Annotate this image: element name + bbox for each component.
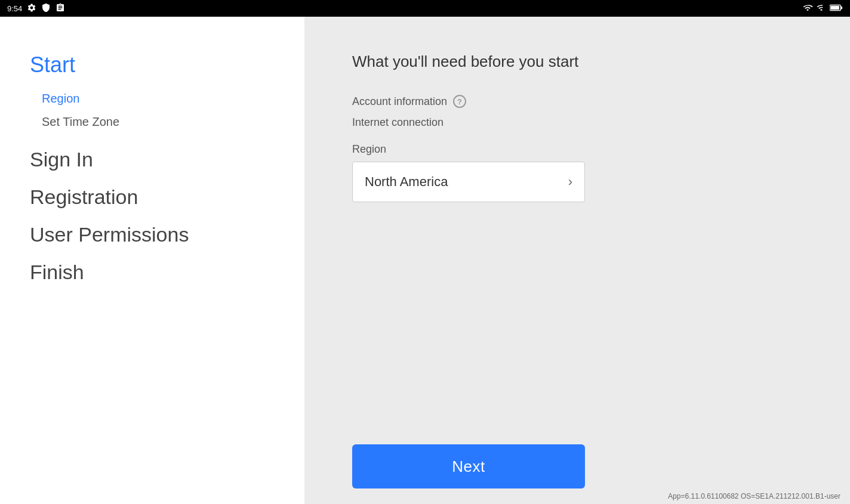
shield-icon — [41, 3, 51, 14]
version-info: App=6.11.0.61100682 OS=SE1A.211212.001.B… — [304, 488, 850, 504]
clipboard-icon — [56, 3, 65, 14]
status-bar-right — [802, 3, 843, 14]
signal-icon — [817, 3, 826, 14]
sidebar-item-signin[interactable]: Sign In — [30, 148, 275, 171]
region-selector[interactable]: North America › — [352, 162, 585, 202]
internet-connection-label: Internet connection — [352, 116, 444, 129]
sidebar: Start Region Set Time Zone Sign In Regis… — [0, 17, 304, 504]
account-info-label: Account information — [352, 95, 447, 108]
region-label: Region — [352, 143, 802, 156]
internet-connection-row: Internet connection — [352, 116, 802, 129]
battery-icon — [830, 3, 843, 14]
svg-rect-1 — [830, 5, 839, 9]
sidebar-item-timezone[interactable]: Set Time Zone — [30, 110, 275, 134]
content-area: What you'll need before you start Accoun… — [304, 17, 850, 504]
main-container: Start Region Set Time Zone Sign In Regis… — [0, 17, 850, 504]
account-info-row: Account information ? — [352, 95, 802, 108]
sidebar-item-region[interactable]: Region — [30, 87, 275, 110]
svg-rect-2 — [841, 6, 842, 9]
content-title: What you'll need before you start — [352, 52, 802, 71]
region-selector-value: North America — [365, 174, 448, 190]
next-button[interactable]: Next — [352, 444, 585, 488]
sidebar-item-userpermissions[interactable]: User Permissions — [30, 223, 275, 246]
settings-icon — [27, 3, 36, 14]
sidebar-item-registration[interactable]: Registration — [30, 185, 275, 209]
account-info-help-icon[interactable]: ? — [453, 95, 466, 108]
sidebar-item-finish[interactable]: Finish — [30, 261, 275, 284]
status-bar-left: 9:54 — [7, 3, 65, 14]
content-bottom: Next — [304, 432, 850, 488]
sidebar-start-label: Start — [30, 52, 275, 78]
time-display: 9:54 — [7, 4, 22, 13]
chevron-right-icon: › — [568, 174, 572, 190]
wifi-icon — [802, 3, 813, 14]
status-bar: 9:54 — [0, 0, 850, 17]
content-body: What you'll need before you start Accoun… — [304, 17, 850, 249]
